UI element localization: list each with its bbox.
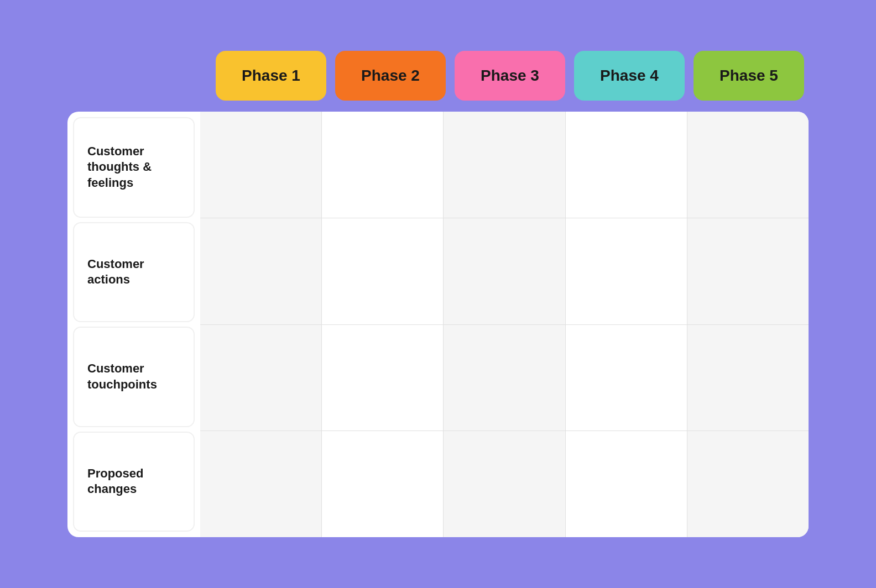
- row-label-actions: Customer actions: [73, 222, 195, 323]
- grid-row-thoughts: [200, 112, 809, 218]
- phase-3-badge: Phase 3: [455, 51, 565, 101]
- cell-thoughts-4[interactable]: [565, 112, 687, 218]
- cell-actions-4[interactable]: [565, 218, 687, 324]
- cell-actions-5[interactable]: [687, 218, 809, 324]
- grid-area: [200, 112, 809, 537]
- cell-proposed-5[interactable]: [687, 431, 809, 537]
- grid-row-proposed: [200, 431, 809, 537]
- row-label-thoughts: Customer thoughts & feelings: [73, 117, 195, 218]
- cell-thoughts-5[interactable]: [687, 112, 809, 218]
- cell-actions-1[interactable]: [200, 218, 321, 324]
- phase-4-badge: Phase 4: [574, 51, 685, 101]
- phase-5-badge: Phase 5: [693, 51, 804, 101]
- cell-touchpoints-2[interactable]: [321, 325, 443, 431]
- grid-row-actions: [200, 218, 809, 324]
- cell-thoughts-1[interactable]: [200, 112, 321, 218]
- cell-proposed-4[interactable]: [565, 431, 687, 537]
- cell-proposed-2[interactable]: [321, 431, 443, 537]
- phase-2-badge: Phase 2: [335, 51, 446, 101]
- cell-proposed-3[interactable]: [443, 431, 565, 537]
- main-grid: Customer thoughts & feelings Customer ac…: [67, 112, 809, 537]
- cell-actions-2[interactable]: [321, 218, 443, 324]
- cell-touchpoints-3[interactable]: [443, 325, 565, 431]
- cell-actions-3[interactable]: [443, 218, 565, 324]
- cell-touchpoints-4[interactable]: [565, 325, 687, 431]
- cell-proposed-1[interactable]: [200, 431, 321, 537]
- phase-header-row: Phase 1 Phase 2 Phase 3 Phase 4 Phase 5: [211, 51, 809, 101]
- cell-touchpoints-5[interactable]: [687, 325, 809, 431]
- phase-1-badge: Phase 1: [216, 51, 326, 101]
- grid-row-touchpoints: [200, 324, 809, 431]
- cell-thoughts-2[interactable]: [321, 112, 443, 218]
- canvas: Phase 1 Phase 2 Phase 3 Phase 4 Phase 5 …: [40, 29, 836, 559]
- row-label-touchpoints: Customer touchpoints: [73, 327, 195, 427]
- cell-thoughts-3[interactable]: [443, 112, 565, 218]
- labels-column: Customer thoughts & feelings Customer ac…: [67, 112, 200, 537]
- row-label-proposed-changes: Proposed changes: [73, 432, 195, 532]
- cell-touchpoints-1[interactable]: [200, 325, 321, 431]
